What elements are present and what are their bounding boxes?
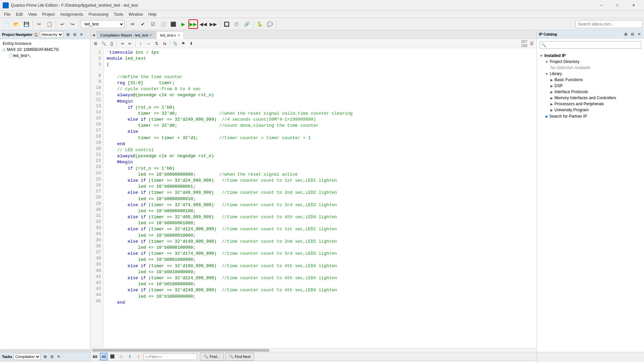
filter-input[interactable] [144, 353, 197, 360]
tasks-area: Tasks Compilation ⊞ ⊟ ✕ Task ✔ ▶ ▶ Compi… [0, 352, 91, 362]
nav-close-btn[interactable]: ✕ [78, 32, 84, 38]
menu-window[interactable]: Window [126, 11, 146, 17]
all-btn[interactable]: All [100, 353, 107, 360]
ed-zoom-in[interactable]: ⊞ [92, 40, 99, 47]
tasks-btn2[interactable]: ⊟ [49, 354, 55, 360]
menu-assignments[interactable]: Assignments [57, 11, 86, 17]
menu-view[interactable]: View [25, 11, 40, 17]
error-btn[interactable]: ⬛ [109, 353, 116, 360]
partner-dot-icon: ● [545, 114, 548, 119]
close-button[interactable]: ✕ [626, 0, 641, 11]
no-selection-item: No Selection Available [538, 65, 643, 71]
code-close-icon[interactable]: ✕ [177, 34, 180, 37]
ip-btn2[interactable]: ⊟ [629, 31, 635, 37]
open-button[interactable]: 📂 [11, 19, 21, 29]
menu-tools[interactable]: Tools [111, 11, 126, 17]
compilation-close-icon[interactable]: ✕ [149, 33, 152, 37]
run-highlighted-btn[interactable]: ▶▶ [189, 19, 198, 29]
ed-down[interactable]: ⬇ [187, 40, 195, 47]
university-program-item[interactable]: ▶ University Program [538, 107, 643, 113]
fwd-btn[interactable]: ▶▶ [209, 19, 218, 29]
new-file-button[interactable]: 📄 [1, 19, 11, 29]
dsp-item[interactable]: ▶ DSP [538, 83, 643, 89]
menu-processing[interactable]: Processing [86, 11, 111, 17]
device-tree-item[interactable]: ⬡ MAX 10: 10M50DAF484C7G [1, 47, 89, 53]
check3-btn[interactable]: ⬜ [158, 19, 168, 29]
menu-project[interactable]: Project [40, 11, 57, 17]
find-button[interactable]: 🔍 Find... [200, 353, 224, 361]
ed-outdent[interactable]: ⇤ [126, 40, 134, 47]
undo-button[interactable]: ↩ [58, 19, 67, 29]
separator1 [33, 20, 33, 28]
info-btn[interactable]: ℹ [126, 353, 133, 360]
altera-search-input[interactable] [576, 20, 643, 28]
nav-btn1[interactable]: ⊞ [65, 32, 71, 38]
tasks-close-btn[interactable]: ✕ [55, 354, 61, 360]
save-button[interactable]: 💾 [21, 19, 31, 29]
maximize-button[interactable]: □ [610, 0, 625, 11]
search-partner-item[interactable]: ● Search for Partner IP [538, 113, 643, 120]
menu-edit[interactable]: Edit [13, 11, 25, 17]
ed-toggle4[interactable]: ⇆ [161, 40, 168, 47]
line-numbers: 123 89101112 1314151617 1819202122 23242… [91, 48, 104, 348]
tab-nav-left[interactable]: ◀ [91, 31, 97, 39]
code-tab[interactable]: led_test.v ✕ [156, 32, 183, 39]
back-btn[interactable]: ◀◀ [199, 19, 208, 29]
critical-btn[interactable]: ! [135, 353, 142, 360]
tasks-dropdown[interactable]: Compilation [13, 353, 41, 360]
copy-button[interactable]: 📋 [45, 19, 54, 29]
code-scrollbar-h[interactable] [91, 348, 537, 352]
ed-search[interactable]: 🔍 [100, 40, 107, 47]
processors-item[interactable]: ▶ Processors and Peripherals [538, 101, 643, 107]
cut-button[interactable]: ✂ [35, 19, 44, 29]
ip-btn1[interactable]: ⊞ [623, 31, 629, 37]
ed-toggle3[interactable]: ⇅ [153, 40, 160, 47]
warning-btn[interactable]: ⚠ [117, 353, 125, 360]
ed-toggle2[interactable]: ↔ [145, 40, 152, 47]
hierarchy-dropdown[interactable]: Hierarchy [40, 31, 63, 38]
ip-close-btn[interactable]: ✕ [636, 31, 642, 37]
ed-attach[interactable]: 📎 [171, 40, 179, 47]
installed-ip-item[interactable]: ▼ Installed IP [538, 53, 643, 59]
run-btn[interactable]: ▶ [178, 19, 188, 29]
stop-btn[interactable]: ⬛ [168, 19, 178, 29]
ed-menu[interactable]: ☰ [528, 40, 535, 47]
chat-btn[interactable]: 💬 [265, 19, 274, 29]
find-next-label: Find Next [235, 355, 251, 359]
check-btn[interactable]: ✔ [138, 19, 148, 29]
resize-handle[interactable] [0, 349, 90, 352]
menu-file[interactable]: File [1, 11, 13, 17]
edit-btn[interactable]: ✏ [128, 19, 138, 29]
redo-button[interactable]: ↪ [68, 19, 77, 29]
interface-protocols-item[interactable]: ▶ Interface Protocols [538, 89, 643, 95]
project-directory-item[interactable]: ▼ Project Directory [538, 59, 643, 65]
library-item[interactable]: ▼ Library [538, 71, 643, 77]
interface-protocols-label: Interface Protocols [554, 89, 588, 94]
check2-btn[interactable]: ☑ [148, 19, 158, 29]
ed-braces[interactable]: {} [108, 40, 115, 47]
tasks-btn1[interactable]: ⊞ [42, 354, 48, 360]
compilation-report-tab[interactable]: Compilation Report - led_test ✕ [97, 31, 156, 39]
basic-functions-item[interactable]: ▶ Basic Functions [538, 77, 643, 83]
memory-interfaces-item[interactable]: ▶ Memory Interfaces and Controllers [538, 95, 643, 101]
menu-help[interactable]: Help [146, 11, 159, 17]
dsp-chevron: ▶ [550, 84, 553, 88]
installed-ip-label: Installed IP [544, 53, 566, 58]
python-btn[interactable]: 🐍 [255, 19, 264, 29]
project-tree-item[interactable]: 📄 led_test 🔧 [1, 53, 89, 59]
ed-toggle1[interactable]: ↕ [137, 40, 144, 47]
find-next-button[interactable]: 🔍 Find Next [225, 353, 254, 361]
ip-search-input[interactable] [540, 41, 641, 49]
project-dropdown[interactable]: led_test [81, 20, 124, 28]
board-btn[interactable]: 🔲 [222, 19, 231, 29]
nav-btn2[interactable]: ⊟ [71, 32, 77, 38]
project-directory-label: Project Directory [550, 59, 580, 64]
minimize-button[interactable]: ─ [594, 0, 609, 11]
ip-catalog-title: IP Catalog [539, 32, 557, 36]
ed-indent[interactable]: ⇥ [118, 40, 126, 47]
titlebar: Quartus Prime Lite Edition - F:/Desktop/… [0, 0, 644, 11]
ed-flag[interactable]: ⚑ [179, 40, 187, 47]
code-content[interactable]: `timescale 1ns / 1ps module led_test ( /… [104, 48, 537, 348]
connect-btn[interactable]: 🔗 [242, 19, 251, 29]
chip-btn[interactable]: ⬡ [232, 19, 241, 29]
